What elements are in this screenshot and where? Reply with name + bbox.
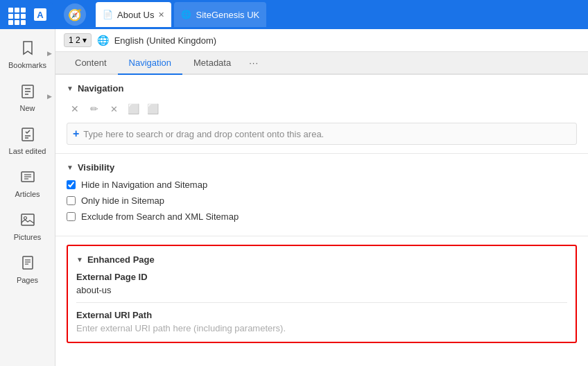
navigation-section: ▼ Navigation ✕ ✏ ✕ ⬜ ⬜ + Type here to se… <box>55 75 588 154</box>
svg-text:A: A <box>37 10 44 20</box>
svg-rect-6 <box>22 128 33 141</box>
external-uri-path-label: External URI Path <box>76 310 567 320</box>
exclude-search-label: Exclude from Search and XML Sitemap <box>81 211 239 222</box>
enhanced-page-section: ▼ Enhanced Page External Page ID about-u… <box>67 245 577 343</box>
navigation-section-title: Navigation <box>78 83 123 94</box>
last-edited-icon <box>17 123 38 144</box>
sidebar-item-pictures[interactable]: Pictures <box>0 204 55 247</box>
nav-delete-btn[interactable]: ✕ <box>67 101 83 117</box>
sidebar-item-pages[interactable]: Pages <box>0 247 55 290</box>
toolbar-row: 1 2 ▾ 🌐 English (United Kingdom) <box>55 29 588 52</box>
sidebar: Bookmarks ▶ New ▶ <box>0 29 55 366</box>
tab-navigation-label: Navigation <box>129 58 171 68</box>
pages-icon <box>17 252 38 273</box>
nav-chevron-icon: ▼ <box>67 85 74 92</box>
tab-navigation[interactable]: Navigation <box>118 52 182 75</box>
sidebar-item-last-edited[interactable]: Last edited <box>0 118 55 161</box>
tab-about-us[interactable]: 📄 About Us ✕ <box>96 2 171 27</box>
sidebar-new-label: New <box>19 104 35 112</box>
bookmarks-icon <box>17 37 38 58</box>
pictures-icon <box>17 209 38 230</box>
svg-rect-13 <box>21 214 34 225</box>
grid-menu-icon[interactable] <box>6 5 25 24</box>
globe-tab-icon: 🌐 <box>181 10 191 19</box>
tab-row: Content Navigation Metadata ··· <box>55 52 588 75</box>
sidebar-bookmarks-label: Bookmarks <box>8 61 46 69</box>
content-area: ▼ Navigation ✕ ✏ ✕ ⬜ ⬜ + Type here to se… <box>55 75 588 366</box>
enhanced-section-title: Enhanced Page <box>87 254 155 265</box>
nav-search-area[interactable]: + Type here to search or drag and drop c… <box>67 123 577 145</box>
nav-remove-btn[interactable]: ✕ <box>105 101 122 117</box>
enhanced-chevron-icon: ▼ <box>76 256 83 263</box>
sidebar-item-articles[interactable]: Articles <box>0 161 55 204</box>
visibility-section-header[interactable]: ▼ Visibility <box>67 162 577 173</box>
field-divider <box>76 302 567 303</box>
tab-close-icon[interactable]: ✕ <box>158 10 164 19</box>
sidebar-item-new[interactable]: New ▶ <box>0 75 55 118</box>
visibility-section: ▼ Visibility Hide in Navigation and Site… <box>55 154 588 236</box>
add-icon: + <box>73 128 79 140</box>
tab-sitegenesis-label: SiteGenesis UK <box>196 10 259 20</box>
navigation-section-header[interactable]: ▼ Navigation <box>67 83 577 94</box>
version-number: 1 2 <box>69 35 80 45</box>
exclude-search-item[interactable]: Exclude from Search and XML Sitemap <box>67 211 577 222</box>
sidebar-last-edited-label: Last edited <box>9 147 46 155</box>
compass-icon[interactable]: 🧭 <box>64 3 86 26</box>
nav-search-placeholder: Type here to search or drag and drop con… <box>83 129 324 139</box>
page-icon: 📄 <box>103 10 113 19</box>
tab-content[interactable]: Content <box>64 52 118 75</box>
sidebar-pictures-label: Pictures <box>14 233 42 241</box>
hide-sitemap-item[interactable]: Only hide in Sitemap <box>67 195 577 206</box>
top-bar: A 🧭 📄 About Us ✕ 🌐 SiteGenesis UK <box>0 0 588 29</box>
external-uri-path-placeholder: Enter external URI path here (including … <box>76 323 567 333</box>
hide-sitemap-label: Only hide in Sitemap <box>81 195 164 206</box>
tab-more-label: ··· <box>249 58 259 68</box>
visibility-section-title: Visibility <box>78 162 114 173</box>
hide-nav-sitemap-checkbox[interactable] <box>67 180 76 189</box>
nav-edit-btn[interactable]: ✏ <box>86 101 103 117</box>
svg-rect-15 <box>23 256 33 269</box>
new-icon <box>17 80 38 101</box>
tab-sitegenesis[interactable]: 🌐 SiteGenesis UK <box>174 2 266 27</box>
bookmarks-arrow: ▶ <box>47 50 52 57</box>
hide-nav-sitemap-item[interactable]: Hide in Navigation and Sitemap <box>67 180 577 190</box>
main-layout: Bookmarks ▶ New ▶ <box>0 29 588 366</box>
hide-sitemap-checkbox[interactable] <box>67 196 76 205</box>
svg-point-14 <box>24 217 26 220</box>
tab-more[interactable]: ··· <box>242 52 266 73</box>
external-page-id-value: about-us <box>76 285 567 295</box>
nav-move-up-btn[interactable]: ⬜ <box>125 101 141 117</box>
enhanced-section-header[interactable]: ▼ Enhanced Page <box>76 254 567 265</box>
vis-chevron-icon: ▼ <box>67 164 74 171</box>
tab-content-label: Content <box>75 58 107 68</box>
version-badge[interactable]: 1 2 ▾ <box>64 33 92 47</box>
sidebar-articles-label: Articles <box>15 190 40 198</box>
new-arrow: ▶ <box>47 93 52 100</box>
hide-nav-sitemap-label: Hide in Navigation and Sitemap <box>81 180 207 190</box>
exclude-search-checkbox[interactable] <box>67 212 76 221</box>
sidebar-pages-label: Pages <box>17 276 38 284</box>
version-dropdown-arrow: ▾ <box>83 35 87 45</box>
nav-move-down-btn[interactable]: ⬜ <box>144 101 161 117</box>
sidebar-item-bookmarks[interactable]: Bookmarks ▶ <box>0 32 55 75</box>
tab-metadata[interactable]: Metadata <box>182 52 242 75</box>
tab-about-us-label: About Us <box>117 10 154 20</box>
external-page-id-label: External Page ID <box>76 272 567 282</box>
globe-icon: 🌐 <box>97 35 109 46</box>
tab-metadata-label: Metadata <box>193 58 231 68</box>
app-logo: A <box>28 2 53 27</box>
nav-toolbar: ✕ ✏ ✕ ⬜ ⬜ <box>67 101 577 117</box>
articles-icon <box>17 166 38 187</box>
language-selector[interactable]: English (United Kingdom) <box>114 35 216 46</box>
main-content: 1 2 ▾ 🌐 English (United Kingdom) Content… <box>55 29 588 366</box>
